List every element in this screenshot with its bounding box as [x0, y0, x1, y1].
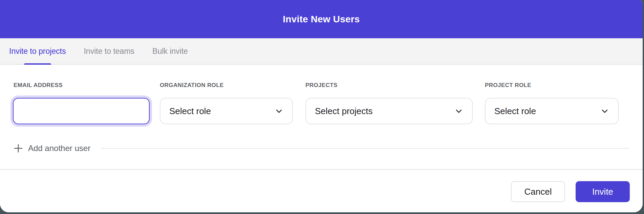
tab-invite-to-projects[interactable]: Invite to projects: [8, 38, 66, 64]
cancel-button[interactable]: Cancel: [511, 181, 565, 202]
modal-header: Invite New Users: [0, 0, 643, 38]
add-row-divider: [101, 148, 629, 149]
add-another-user-button[interactable]: Add another user: [14, 144, 90, 153]
email-address-label: EMAIL ADDRESS: [14, 82, 63, 89]
invite-button[interactable]: Invite: [576, 181, 630, 202]
plus-icon: [14, 144, 23, 153]
tab-label: Invite to projects: [9, 47, 66, 56]
add-another-user-row: Add another user: [14, 142, 629, 155]
footer-divider: [0, 169, 643, 170]
tab-label: Bulk invite: [152, 47, 188, 56]
chevron-down-icon: [600, 107, 609, 115]
chevron-down-icon: [275, 107, 283, 115]
projects-select-value: Select projects: [315, 106, 373, 116]
project-role-select-value: Select role: [494, 106, 536, 116]
organization-role-label: ORGANIZATION ROLE: [160, 82, 224, 89]
add-another-user-label: Add another user: [28, 144, 90, 153]
project-role-select[interactable]: Select role: [485, 98, 619, 124]
organization-role-select[interactable]: Select role: [160, 98, 293, 124]
invite-form: EMAIL ADDRESS ORGANIZATION ROLE Select r…: [0, 65, 643, 212]
invite-new-users-modal: Invite New Users Invite to projects Invi…: [0, 0, 643, 212]
tab-bulk-invite[interactable]: Bulk invite: [152, 38, 189, 64]
projects-select[interactable]: Select projects: [305, 98, 473, 124]
projects-label: PROJECTS: [305, 82, 338, 89]
tab-invite-to-teams[interactable]: Invite to teams: [83, 38, 135, 64]
chevron-down-icon: [454, 107, 463, 115]
tabbar: Invite to projects Invite to teams Bulk …: [0, 38, 643, 65]
tab-label: Invite to teams: [84, 47, 134, 56]
organization-role-select-value: Select role: [169, 106, 211, 116]
project-role-label: PROJECT ROLE: [485, 82, 531, 89]
email-input[interactable]: [13, 98, 150, 124]
modal-title: Invite New Users: [283, 14, 360, 25]
